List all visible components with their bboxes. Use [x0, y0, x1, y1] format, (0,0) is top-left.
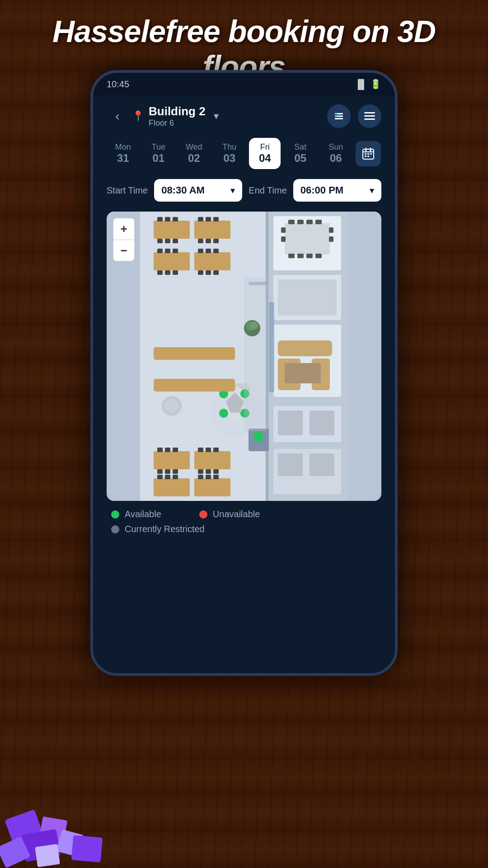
- floor-plan-svg: [107, 212, 381, 501]
- end-time-value: 06:00 PM: [300, 184, 343, 196]
- svg-rect-107: [157, 469, 163, 474]
- svg-point-10: [335, 115, 337, 117]
- svg-rect-51: [157, 270, 163, 275]
- svg-rect-12: [335, 118, 343, 119]
- svg-point-9: [335, 113, 337, 115]
- svg-rect-43: [154, 252, 190, 270]
- svg-rect-46: [165, 249, 170, 253]
- svg-rect-50: [213, 249, 219, 253]
- legend: Available Unavailable Currently Restrict…: [107, 509, 381, 534]
- location-pin-icon: 📍: [132, 110, 144, 122]
- day-fri[interactable]: Fri 04: [249, 138, 281, 169]
- svg-rect-74: [278, 340, 332, 356]
- svg-rect-22: [370, 153, 372, 155]
- list-icon: [333, 111, 344, 122]
- svg-rect-112: [213, 469, 219, 474]
- day-selector: Mon 31 Tue 01 Wed 02 Thu 03 Fri 04 Sat 0…: [107, 138, 381, 169]
- day-tue[interactable]: Tue 01: [143, 138, 174, 169]
- day-sat[interactable]: Sat 05: [285, 138, 316, 169]
- svg-rect-82: [278, 453, 303, 476]
- svg-rect-113: [154, 478, 190, 496]
- svg-rect-13: [364, 112, 375, 113]
- zoom-in-button[interactable]: +: [113, 218, 135, 240]
- svg-rect-77: [285, 363, 321, 383]
- svg-rect-37: [157, 239, 163, 243]
- back-button[interactable]: ‹: [107, 105, 128, 127]
- svg-rect-110: [198, 469, 203, 474]
- status-bar: 10:45 ▐▌ 🔋: [93, 73, 395, 95]
- svg-rect-41: [206, 239, 211, 243]
- svg-rect-23: [365, 156, 366, 157]
- restricted-label: Currently Restricted: [125, 524, 205, 534]
- zoom-out-button[interactable]: −: [113, 240, 135, 261]
- svg-rect-14: [364, 115, 375, 117]
- header-row: ‹ 📍 Building 2 Floor 6 ▾: [107, 104, 381, 128]
- svg-rect-114: [194, 478, 230, 496]
- end-time-picker[interactable]: 06:00 PM ▾: [293, 179, 381, 202]
- svg-rect-34: [198, 217, 203, 222]
- floor-name: Floor 6: [149, 118, 206, 128]
- svg-rect-54: [198, 270, 203, 275]
- floor-map[interactable]: + −: [107, 212, 381, 501]
- svg-rect-42: [213, 239, 219, 243]
- svg-rect-99: [154, 451, 190, 469]
- end-time-label: End Time: [249, 185, 286, 196]
- svg-rect-80: [310, 410, 334, 435]
- svg-rect-118: [198, 475, 203, 479]
- unavailable-label: Unavailable: [213, 509, 260, 519]
- header-icons: [327, 104, 381, 128]
- calendar-icon: [362, 147, 375, 160]
- calendar-button[interactable]: [356, 141, 381, 166]
- location-info[interactable]: 📍 Building 2 Floor 6 ▾: [132, 104, 327, 128]
- svg-rect-68: [281, 236, 286, 242]
- svg-rect-58: [285, 223, 330, 255]
- svg-rect-109: [173, 469, 178, 474]
- location-dropdown-icon[interactable]: ▾: [214, 110, 219, 122]
- day-mon[interactable]: Mon 31: [107, 138, 139, 169]
- svg-rect-21: [367, 153, 369, 155]
- svg-rect-117: [173, 475, 178, 479]
- svg-rect-60: [297, 220, 304, 224]
- svg-rect-108: [165, 469, 170, 474]
- svg-rect-39: [173, 239, 178, 243]
- status-right: ▐▌ 🔋: [355, 79, 381, 90]
- svg-rect-31: [157, 217, 163, 222]
- svg-rect-72: [278, 279, 337, 316]
- svg-rect-105: [206, 448, 211, 452]
- day-sun[interactable]: Sun 06: [320, 138, 352, 169]
- start-time-dropdown-icon[interactable]: ▾: [230, 185, 235, 196]
- svg-rect-24: [367, 156, 369, 157]
- building-name: Building 2: [149, 104, 206, 118]
- svg-rect-102: [165, 448, 170, 452]
- svg-point-85: [165, 399, 178, 413]
- day-wed[interactable]: Wed 02: [178, 138, 210, 169]
- svg-rect-33: [173, 217, 178, 222]
- legend-available-row: Available Unavailable: [111, 509, 381, 519]
- svg-rect-69: [329, 227, 333, 233]
- svg-rect-20: [365, 153, 366, 155]
- start-time-value: 08:30 AM: [161, 184, 205, 196]
- day-thu[interactable]: Thu 03: [214, 138, 245, 169]
- svg-rect-66: [315, 254, 322, 258]
- svg-rect-36: [213, 217, 219, 222]
- list-view-button[interactable]: [327, 104, 351, 128]
- svg-rect-32: [165, 217, 170, 222]
- svg-rect-30: [194, 221, 230, 239]
- decoration-blocks: [0, 741, 127, 868]
- location-text: Building 2 Floor 6: [149, 104, 206, 128]
- svg-rect-55: [206, 270, 211, 275]
- menu-button[interactable]: [358, 104, 381, 128]
- start-time-picker[interactable]: 08:30 AM ▾: [154, 179, 242, 202]
- svg-rect-53: [173, 270, 178, 275]
- available-label: Available: [125, 509, 161, 519]
- svg-rect-119: [206, 475, 211, 479]
- svg-rect-70: [329, 236, 333, 242]
- svg-rect-101: [157, 448, 163, 452]
- battery-icon: 🔋: [370, 79, 381, 90]
- restricted-dot: [111, 525, 119, 533]
- end-time-dropdown-icon[interactable]: ▾: [370, 185, 374, 196]
- start-time-label: Start Time: [107, 185, 148, 196]
- svg-rect-52: [165, 270, 170, 275]
- phone-frame: 10:45 ▐▌ 🔋 ‹ 📍 Building 2 Floor 6 ▾: [90, 70, 398, 676]
- svg-rect-65: [306, 254, 313, 258]
